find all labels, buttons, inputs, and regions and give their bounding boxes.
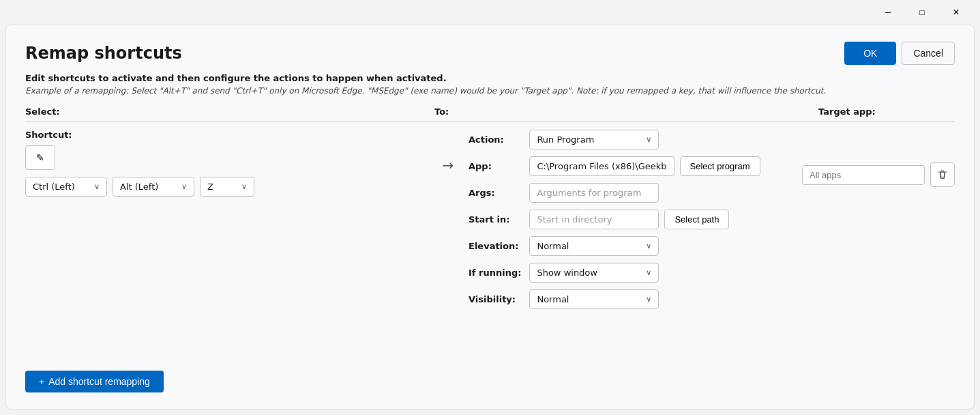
if-running-label: If running: — [469, 268, 521, 278]
select-section: Shortcut: ✎ Ctrl (Left) ∨ Alt (Left) ∨ Z… — [25, 130, 434, 197]
target-section — [805, 130, 955, 187]
modifier2-value: Alt (Left) — [120, 182, 158, 192]
minimize-button[interactable]: ─ — [872, 2, 904, 23]
description-bold: Edit shortcuts to activate and then conf… — [25, 73, 955, 83]
modifier1-dropdown[interactable]: Ctrl (Left) ∨ — [25, 177, 107, 197]
select-program-button[interactable]: Select program — [680, 156, 760, 176]
if-running-dropdown[interactable]: Show window ∨ — [529, 263, 659, 283]
chevron-down-icon: ∨ — [646, 135, 651, 144]
args-label: Args: — [469, 188, 521, 198]
select-column-header: Select: — [25, 106, 434, 117]
shortcut-label: Shortcut: — [25, 130, 421, 140]
elevation-label: Elevation: — [469, 241, 521, 251]
header-row: Remap shortcuts OK Cancel — [25, 42, 955, 65]
chevron-down-icon: ∨ — [94, 182, 100, 191]
trash-icon — [937, 169, 948, 180]
to-grid: Action: Run Program ∨ App: C:\Program Fi… — [469, 130, 805, 309]
delete-button[interactable] — [930, 162, 955, 187]
action-label: Action: — [469, 134, 521, 145]
select-path-button[interactable]: Select path — [664, 210, 729, 229]
app-input[interactable]: C:\Program Files (x86)\Geekb — [529, 156, 674, 176]
to-section: Action: Run Program ∨ App: C:\Program Fi… — [462, 130, 805, 309]
visibility-dropdown[interactable]: Normal ∨ — [529, 289, 659, 309]
target-column-header: Target app: — [818, 106, 955, 117]
elevation-value-row: Normal ∨ — [529, 236, 805, 256]
chevron-down-icon: ∨ — [241, 182, 247, 191]
chevron-down-icon: ∨ — [181, 182, 187, 191]
modifier2-dropdown[interactable]: Alt (Left) ∨ — [113, 177, 194, 197]
start-in-input[interactable]: Start in directory — [529, 210, 659, 229]
title-bar: ─ □ ✕ — [0, 0, 980, 25]
elevation-dropdown[interactable]: Normal ∨ — [529, 236, 659, 256]
chevron-down-icon: ∨ — [646, 242, 651, 251]
columns-header: Select: To: Target app: — [25, 106, 955, 121]
pencil-icon: ✎ — [36, 152, 44, 163]
visibility-value: Normal — [537, 294, 569, 304]
bottom-row: + Add shortcut remapping — [25, 360, 955, 392]
if-running-value: Show window — [537, 268, 597, 278]
title-bar-controls: ─ □ ✕ — [872, 2, 972, 23]
shortcut-edit-button[interactable]: ✎ — [25, 145, 55, 170]
if-running-value-row: Show window ∨ — [529, 263, 805, 283]
action-value-row: Run Program ∨ — [529, 130, 805, 149]
start-in-label: Start in: — [469, 214, 521, 225]
target-app-row — [802, 162, 955, 187]
start-in-value-row: Start in directory Select path — [529, 210, 805, 229]
key-dropdown[interactable]: Z ∨ — [200, 177, 254, 197]
cancel-button[interactable]: Cancel — [902, 42, 955, 65]
visibility-value-row: Normal ∨ — [529, 289, 805, 309]
args-input[interactable]: Arguments for program — [529, 183, 659, 203]
add-shortcut-button[interactable]: + Add shortcut remapping — [25, 371, 164, 392]
chevron-down-icon: ∨ — [646, 268, 651, 277]
mapping-row: Shortcut: ✎ Ctrl (Left) ∨ Alt (Left) ∨ Z… — [25, 130, 955, 309]
args-value-row: Arguments for program — [529, 183, 805, 203]
main-container: Remap shortcuts OK Cancel Edit shortcuts… — [5, 25, 975, 410]
description-italic: Example of a remapping: Select "Alt+T" a… — [25, 86, 955, 96]
action-dropdown[interactable]: Run Program ∨ — [529, 130, 659, 149]
close-button[interactable]: ✕ — [940, 2, 972, 23]
modifier1-value: Ctrl (Left) — [33, 182, 75, 192]
add-button-label: Add shortcut remapping — [48, 376, 150, 387]
shortcut-dropdowns: Ctrl (Left) ∨ Alt (Left) ∨ Z ∨ — [25, 177, 421, 197]
target-app-input[interactable] — [802, 165, 925, 185]
key-value: Z — [207, 182, 213, 192]
elevation-value: Normal — [537, 241, 569, 251]
maximize-button[interactable]: □ — [906, 2, 938, 23]
app-label: App: — [469, 161, 521, 171]
ok-button[interactable]: OK — [844, 42, 896, 65]
arrow-separator: → — [434, 130, 462, 173]
visibility-label: Visibility: — [469, 294, 521, 304]
to-column-header: To: — [434, 106, 818, 117]
header-buttons: OK Cancel — [844, 42, 955, 65]
page-title: Remap shortcuts — [25, 44, 182, 63]
app-value-row: C:\Program Files (x86)\Geekb Select prog… — [529, 156, 805, 176]
action-value: Run Program — [537, 134, 594, 145]
chevron-down-icon: ∨ — [646, 295, 651, 304]
plus-icon: + — [39, 376, 44, 387]
